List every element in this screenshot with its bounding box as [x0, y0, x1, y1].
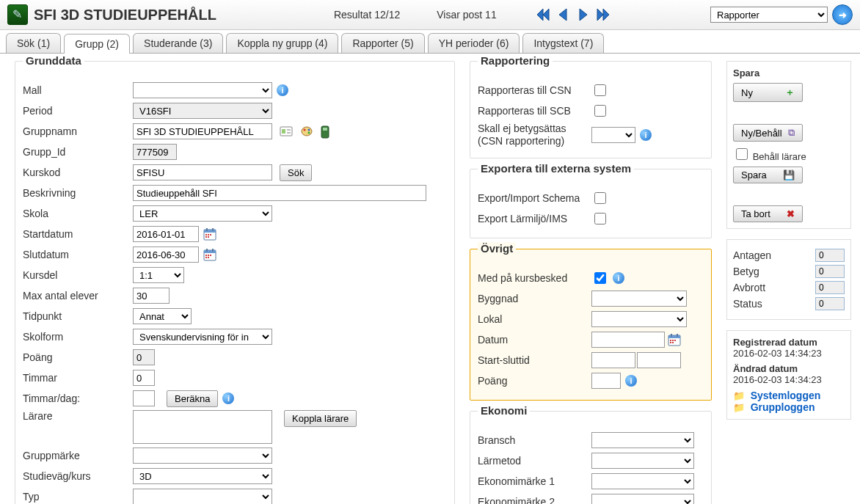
larmetod-select[interactable] [591, 453, 694, 469]
period-select[interactable]: V16SFI [133, 103, 272, 119]
mall-select[interactable] [133, 82, 272, 98]
studievag-select[interactable]: 3D [133, 468, 272, 484]
beskrivning-input[interactable] [133, 185, 426, 201]
eko2-select[interactable] [591, 494, 694, 504]
post-indicator: Visar post 11 [437, 9, 496, 21]
antagen-label: Antagen [733, 249, 771, 261]
spara-legend: Spara [733, 67, 845, 78]
report-select[interactable]: Rapporter [710, 7, 828, 23]
nybehall-button[interactable]: Ny/Behåll ⧉ [733, 124, 803, 142]
startdatum-input[interactable] [133, 226, 199, 242]
timmarperdag-input[interactable] [133, 390, 155, 406]
starttid-input[interactable] [591, 352, 635, 368]
info-icon[interactable]: i [222, 392, 234, 404]
phone-icon[interactable] [321, 125, 334, 137]
skola-select[interactable]: LER [133, 205, 272, 222]
maxelever-input[interactable] [133, 288, 170, 304]
calendar-icon[interactable] [203, 248, 216, 261]
spara-button[interactable]: Spara 💾 [733, 167, 803, 183]
csn-checkbox[interactable] [594, 84, 606, 96]
maxelever-label: Max antal elever [23, 290, 133, 302]
schema-checkbox[interactable] [594, 192, 606, 204]
tidpunkt-select[interactable]: Annat [133, 308, 192, 324]
palette-icon[interactable] [300, 125, 313, 137]
gruppmarke-label: Gruppmärke [23, 450, 133, 461]
exportera-fieldset: Exportera till externa system Export/Imp… [470, 169, 712, 238]
kurskod-input[interactable] [133, 164, 272, 180]
calendar-icon[interactable] [668, 333, 681, 346]
startdatum-label: Startdatum [23, 228, 133, 240]
behall-larare-label: Behåll lärare [753, 151, 806, 162]
poang-input [133, 349, 155, 365]
koppla-larare-button[interactable]: Koppla lärare [284, 410, 357, 427]
betyg-value [815, 265, 845, 278]
svg-rect-12 [287, 132, 291, 134]
info-icon[interactable]: i [613, 272, 624, 284]
nav-last-icon[interactable] [595, 6, 613, 23]
info-icon[interactable]: i [277, 84, 288, 96]
bransch-select[interactable] [591, 432, 694, 448]
tab-grupp[interactable]: Grupp (2) [64, 34, 130, 54]
larmiljo-checkbox[interactable] [594, 213, 606, 224]
go-button[interactable]: ➜ [832, 4, 853, 25]
svg-point-13 [302, 127, 312, 136]
tab-rapporter[interactable]: Rapporter (5) [341, 33, 424, 53]
card-icon[interactable] [280, 125, 293, 137]
save-icon: 💾 [783, 169, 795, 180]
svg-rect-10 [282, 129, 285, 134]
ovrigt-poang-input[interactable] [591, 373, 621, 389]
tab-studerande[interactable]: Studerande (3) [133, 33, 223, 53]
andrad-label: Ändrad datum [733, 363, 845, 374]
skall-ej-select[interactable] [591, 127, 635, 143]
grunddata-legend: Grunddata [23, 54, 84, 67]
kurskod-sok-button[interactable]: Sök [280, 164, 312, 181]
rapportering-fieldset: Rapportering Rapporteras till CSN Rappor… [470, 61, 712, 158]
period-label: Period [23, 105, 133, 117]
behall-larare-checkbox[interactable] [736, 148, 748, 160]
nav-first-icon[interactable] [533, 6, 551, 23]
tab-koppla-ny-grupp[interactable]: Koppla ny grupp (4) [226, 33, 338, 53]
gruppnamn-label: Gruppnamn [23, 125, 133, 137]
byggnad-select[interactable] [591, 291, 687, 307]
tab-intygstext[interactable]: Intygstext (7) [522, 33, 604, 53]
folder-icon: 📁 [733, 402, 745, 413]
tab-bar: Sök (1) Grupp (2) Studerande (3) Koppla … [0, 30, 860, 54]
antagen-value [815, 249, 845, 262]
nav-prev-icon[interactable] [554, 6, 572, 23]
gruppmarke-select[interactable] [133, 448, 272, 464]
grupploggen-link[interactable]: Grupploggen [751, 401, 815, 413]
larmetod-label: Lärmetod [478, 455, 591, 467]
tab-sok[interactable]: Sök (1) [6, 33, 61, 53]
typ-select[interactable] [133, 489, 272, 504]
timmar-input[interactable] [133, 370, 155, 386]
copy-icon: ⧉ [788, 127, 795, 139]
info-icon[interactable]: i [625, 375, 637, 387]
lokal-select[interactable] [591, 311, 687, 327]
calendar-icon[interactable] [203, 227, 216, 241]
result-counter: Resultat 12/12 [334, 9, 400, 21]
startslut-label: Start-sluttid [478, 354, 591, 366]
gruppid-label: Grupp_Id [23, 146, 133, 158]
larare-textarea[interactable] [133, 410, 272, 444]
info-icon[interactable]: i [640, 129, 652, 141]
scb-label: Rapporteras till SCB [478, 105, 591, 117]
slutdatum-input[interactable] [133, 246, 199, 263]
skolform-select[interactable]: Svenskundervisning för in [133, 329, 272, 345]
scb-checkbox[interactable] [594, 105, 606, 117]
nav-next-icon[interactable] [575, 6, 592, 23]
bransch-label: Bransch [478, 434, 591, 446]
timmar-label: Timmar [23, 372, 133, 384]
kursdel-label: Kursdel [23, 269, 133, 281]
ny-button[interactable]: Ny ＋ [733, 83, 803, 102]
delete-icon: ✖ [787, 208, 795, 219]
gruppnamn-input[interactable] [133, 123, 272, 139]
kursdel-select[interactable]: 1:1 [133, 267, 184, 283]
eko1-select[interactable] [591, 473, 694, 489]
ovrigt-datum-input[interactable] [591, 332, 665, 348]
tabort-button[interactable]: Ta bort ✖ [733, 205, 803, 222]
kursbesked-checkbox[interactable] [594, 272, 606, 284]
sluttid-input[interactable] [637, 352, 681, 368]
systemloggen-link[interactable]: Systemloggen [751, 390, 821, 401]
berakna-button[interactable]: Beräkna [167, 390, 218, 407]
tab-yh-perioder[interactable]: YH perioder (6) [428, 33, 520, 53]
